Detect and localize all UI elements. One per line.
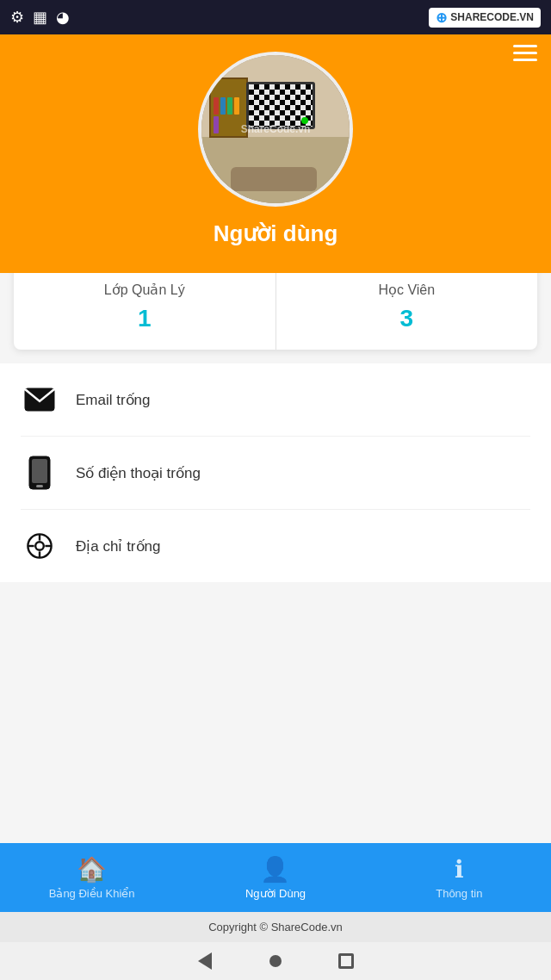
svg-rect-3	[36, 485, 43, 487]
nav-info-label: Thông tin	[436, 887, 482, 900]
user-name: Người dùng	[214, 220, 338, 247]
stat-classes-label: Lớp Quản Lý	[28, 282, 262, 298]
nav-dashboard-label: Bảng Điều Khiển	[49, 887, 135, 900]
svg-point-5	[35, 542, 44, 550]
brand-badge: ⊕ SHARECODE.VN	[429, 8, 541, 28]
info-icon: ℹ	[455, 855, 464, 884]
stat-classes-value: 1	[28, 305, 262, 332]
nav-info[interactable]: ℹ Thông tin	[368, 843, 551, 912]
back-button[interactable]	[195, 952, 214, 971]
email-item: Email trống	[21, 363, 530, 437]
stat-students-label: Học Viên	[290, 282, 524, 298]
phone-icon	[21, 454, 59, 492]
email-icon	[21, 381, 59, 419]
hamburger-menu[interactable]	[513, 45, 537, 61]
brand-icon: ⊕	[436, 9, 447, 26]
copyright-text: Copyright © ShareCode.vn	[208, 921, 343, 933]
system-bar	[0, 942, 551, 980]
home-icon: 🏠	[77, 855, 107, 884]
nav-users[interactable]: 👤 Người Dùng	[183, 843, 367, 912]
stat-students: Học Viên 3	[276, 264, 538, 350]
phone-text: Số điện thoại trống	[76, 464, 201, 482]
person-icon: 👤	[260, 855, 290, 884]
copyright-bar: Copyright © ShareCode.vn	[0, 912, 551, 942]
building-icon: ▦	[33, 8, 47, 27]
nav-dashboard[interactable]: 🏠 Bảng Điều Khiển	[0, 843, 183, 912]
svg-rect-2	[32, 459, 47, 483]
stat-students-value: 3	[290, 305, 524, 332]
header-area: ShareCode.vn Người dùng	[0, 34, 551, 273]
avatar-image	[201, 55, 350, 203]
brand-text: SHARECODE.VN	[450, 11, 534, 23]
globe-icon: ◕	[56, 8, 70, 27]
email-text: Email trống	[76, 391, 151, 409]
phone-item: Số điện thoại trống	[21, 437, 530, 510]
status-bar: ⚙ ▦ ◕ ⊕ SHARECODE.VN	[0, 0, 551, 34]
nav-users-label: Người Dùng	[245, 887, 306, 900]
location-text: Địa chỉ trống	[76, 537, 160, 555]
home-button[interactable]	[266, 952, 285, 971]
location-item: Địa chỉ trống	[21, 510, 530, 582]
info-list: Email trống Số điện thoại trống Địa chỉ …	[0, 363, 551, 582]
location-icon	[21, 527, 59, 565]
avatar: ShareCode.vn	[198, 52, 353, 207]
stats-card: Lớp Quản Lý 1 Học Viên 3	[14, 264, 537, 350]
gear-icon: ⚙	[10, 8, 24, 27]
stat-classes: Lớp Quản Lý 1	[14, 264, 276, 350]
bottom-nav: 🏠 Bảng Điều Khiển 👤 Người Dùng ℹ Thông t…	[0, 843, 551, 912]
recents-button[interactable]	[337, 952, 356, 971]
status-icons: ⚙ ▦ ◕	[10, 8, 70, 27]
